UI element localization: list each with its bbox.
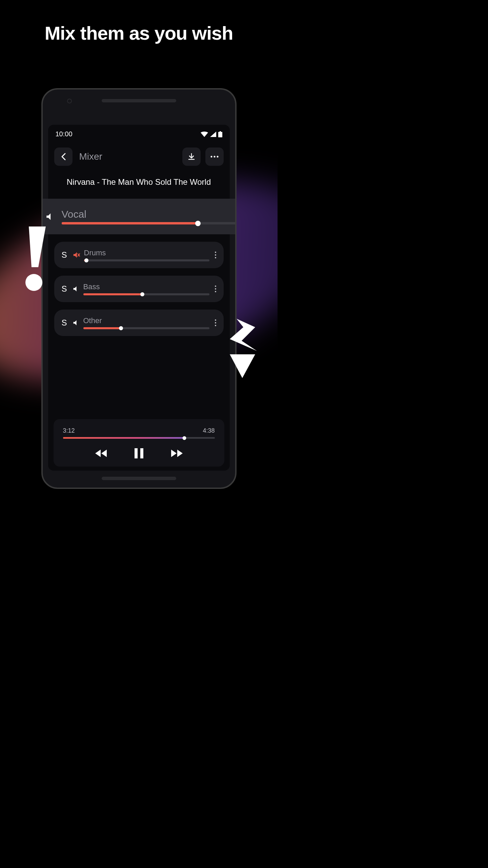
svg-rect-5 [135,448,138,458]
track-label: Drums [84,249,209,257]
chevron-left-icon [61,153,66,160]
status-icons [201,131,222,137]
svg-rect-0 [220,131,221,132]
player-panel: 3:12 4:38 [54,419,224,467]
track-row-other: S Other [54,310,224,336]
marketing-headline: Mix them as you wish [0,22,278,44]
speaker-muted-icon [73,251,80,259]
volume-slider[interactable] [84,259,209,261]
track-more-button[interactable] [214,285,218,292]
phone-camera [67,99,72,103]
solo-button[interactable]: S [60,250,68,260]
svg-point-7 [25,274,42,291]
song-title: Nirvana - The Man Who Sold The World [48,170,230,187]
solo-button[interactable]: S [60,284,68,294]
playback-progress[interactable] [63,437,215,439]
svg-point-3 [214,156,215,158]
back-button[interactable] [54,147,73,166]
speaker-icon [45,212,54,221]
mute-toggle[interactable] [73,251,80,259]
svg-rect-1 [218,132,222,137]
speaker-icon [73,319,79,326]
svg-point-2 [210,156,212,158]
track-label: Vocal [62,209,237,220]
track-row-bass: S Bass [54,276,224,302]
mute-toggle[interactable] [73,285,79,292]
cellular-icon [210,132,216,137]
mute-toggle[interactable] [73,319,79,326]
rewind-button[interactable] [95,448,107,458]
forward-icon [170,449,183,458]
track-label: Other [83,316,209,325]
pause-button[interactable] [135,448,143,458]
mute-toggle[interactable] [45,212,54,221]
elapsed-time: 3:12 [63,427,75,434]
solo-button[interactable]: S [60,318,68,328]
header-title: Mixer [77,151,178,162]
download-icon [187,153,196,161]
track-more-button[interactable] [214,252,218,258]
speaker-icon [73,285,79,292]
volume-slider[interactable] [62,222,237,224]
track-row-drums: S Drums [54,242,224,268]
phone-mockup: 10:00 Mixer Nirvana - The Man Who Sold T… [41,88,237,489]
track-row-vocal: S Vocal [41,199,237,234]
track-label: Bass [83,282,209,291]
phone-home-bar [102,477,176,480]
wifi-icon [201,132,208,137]
status-time: 10:00 [56,130,73,138]
svg-point-4 [217,156,218,158]
battery-icon [218,131,222,137]
download-button[interactable] [182,147,201,166]
more-options-button[interactable] [205,147,224,166]
status-bar: 10:00 [48,125,230,138]
lightning-arrow-decoration [225,319,259,378]
volume-slider[interactable] [83,327,209,329]
track-more-button[interactable] [214,319,218,326]
exclamation-decoration [22,226,49,291]
forward-button[interactable] [170,448,183,458]
svg-rect-6 [140,448,143,458]
rewind-icon [95,449,107,458]
phone-screen: 10:00 Mixer Nirvana - The Man Who Sold T… [48,125,230,471]
volume-slider[interactable] [83,293,209,295]
phone-speaker-grill [102,99,176,102]
app-header: Mixer [48,138,230,170]
pause-icon [135,448,143,458]
dots-horizontal-icon [210,156,219,158]
track-list: S Vocal S [48,187,230,336]
total-time: 4:38 [203,427,215,434]
